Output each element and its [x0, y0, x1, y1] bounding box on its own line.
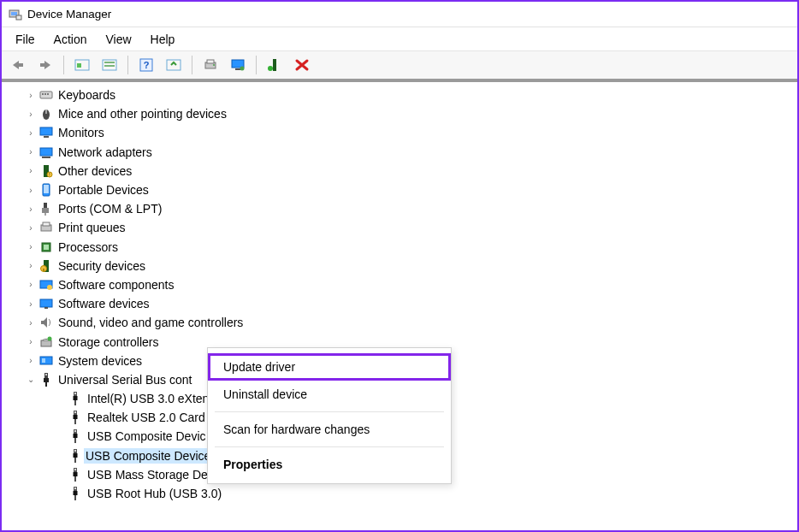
svg-rect-14 [207, 60, 214, 63]
chevron-right-icon[interactable]: › [24, 204, 38, 214]
tree-item-print-queues[interactable]: ›Print queues [2, 218, 797, 237]
monitor-button[interactable] [225, 54, 251, 76]
svg-point-18 [240, 67, 245, 71]
context-menu-item-properties[interactable]: Properties [208, 451, 451, 478]
tree-item-label: Mice and other pointing devices [55, 107, 227, 121]
svg-text:?: ? [144, 60, 150, 70]
tree-item-label: Processors [55, 240, 118, 254]
menu-view[interactable]: View [97, 29, 139, 50]
svg-rect-46 [40, 299, 52, 307]
context-menu-item-update-driver[interactable]: Update driver [208, 353, 451, 381]
svg-rect-3 [18, 63, 23, 67]
ports-icon [38, 202, 55, 216]
chevron-right-icon[interactable]: › [24, 223, 38, 233]
svg-rect-40 [44, 245, 49, 250]
tree-item-label: Intel(R) USB 3.0 eXten [84, 392, 209, 405]
remove-button[interactable] [289, 54, 315, 76]
tree-item-keyboards[interactable]: ›Keyboards [2, 86, 797, 104]
tree-item-label: Security devices [55, 259, 145, 273]
tree-item-label: Other devices [55, 164, 132, 178]
softcomp-icon [38, 278, 55, 292]
enable-button[interactable] [262, 54, 287, 76]
svg-rect-28 [44, 136, 49, 138]
chevron-right-icon[interactable]: › [24, 299, 38, 309]
chevron-right-icon[interactable]: › [24, 147, 38, 157]
tree-item-ports[interactable]: ›Ports (COM & LPT) [2, 199, 797, 218]
chevron-right-icon[interactable]: › [24, 128, 38, 138]
svg-rect-66 [74, 453, 78, 458]
tree-item-other-devices[interactable]: ›!Other devices [2, 162, 797, 180]
chevron-right-icon[interactable]: › [24, 91, 38, 100]
help-button[interactable]: ? [133, 54, 159, 76]
tree-item-processors[interactable]: ›Processors [2, 238, 797, 257]
menubar: File Action View Help [2, 27, 797, 51]
update-button[interactable] [161, 54, 186, 76]
tree-item-mice[interactable]: ›Mice and other pointing devices [2, 104, 797, 123]
action-button[interactable] [97, 54, 122, 76]
svg-rect-65 [74, 450, 76, 452]
svg-rect-48 [41, 340, 51, 346]
svg-rect-6 [77, 63, 81, 68]
tree-item-label: System devices [55, 354, 142, 368]
forward-button[interactable] [33, 54, 58, 76]
chevron-right-icon[interactable]: › [24, 186, 38, 195]
tree-item-usb-roothub[interactable]: USB Root Hub (USB 3.0) [2, 484, 797, 503]
svg-rect-17 [235, 68, 240, 70]
app-icon [9, 8, 22, 21]
chevron-right-icon[interactable]: › [24, 166, 38, 175]
chevron-right-icon[interactable]: › [24, 337, 38, 346]
tree-item-label: USB Root Hub (USB 3.0) [84, 487, 222, 500]
tree-item-label: Network adapters [55, 145, 152, 159]
chevron-right-icon[interactable]: › [24, 109, 38, 119]
storage-icon [38, 335, 55, 349]
svg-rect-51 [42, 358, 45, 363]
chevron-right-icon[interactable]: › [24, 280, 38, 289]
menu-action[interactable]: Action [45, 29, 96, 50]
svg-rect-59 [74, 411, 76, 413]
svg-rect-53 [45, 374, 47, 375]
tree-item-software-devices[interactable]: ›Software devices [2, 294, 797, 313]
chevron-right-icon[interactable]: › [24, 261, 38, 270]
svg-rect-19 [273, 59, 276, 71]
context-menu: Update driverUninstall deviceScan for ha… [207, 347, 452, 484]
svg-text:!: ! [49, 172, 50, 177]
tree-item-label: Ports (COM & LPT) [55, 202, 162, 216]
usb-root-icon [38, 373, 55, 387]
chevron-right-icon[interactable]: › [24, 356, 38, 365]
tree-item-label: Software components [55, 278, 174, 292]
usb-icon [67, 468, 84, 482]
tree-item-security-devices[interactable]: ›Security devices [2, 257, 797, 275]
chevron-right-icon[interactable]: › [24, 318, 38, 328]
back-button[interactable] [5, 54, 31, 76]
toolbar: ? [2, 51, 797, 82]
toolbar-sep [192, 56, 192, 74]
menu-file[interactable]: File [7, 29, 44, 50]
svg-rect-56 [74, 393, 76, 394]
tree-item-sound[interactable]: ›Sound, video and game controllers [2, 313, 797, 332]
show-hide-button[interactable] [69, 54, 95, 76]
tree-item-label: USB Composite Device [84, 448, 212, 464]
tree-item-monitors[interactable]: ›Monitors [2, 123, 797, 142]
tree-item-network-adapters[interactable]: ›Network adapters [2, 143, 797, 162]
context-menu-item-scan-for-hardware-changes[interactable]: Scan for hardware changes [208, 416, 451, 443]
svg-rect-23 [44, 93, 46, 95]
svg-rect-62 [74, 430, 76, 432]
other-icon: ! [38, 164, 55, 178]
context-menu-item-uninstall-device[interactable]: Uninstall device [208, 381, 451, 408]
system-icon [38, 354, 55, 368]
tree-item-portable-devices[interactable]: ›Portable Devices [2, 180, 797, 199]
svg-rect-24 [47, 93, 49, 95]
svg-rect-8 [104, 62, 115, 63]
tree-item-software-components[interactable]: ›Software components [2, 275, 797, 294]
usb-icon [67, 429, 84, 443]
chevron-down-icon[interactable]: ⌄ [24, 375, 38, 384]
print-button[interactable] [198, 54, 223, 76]
svg-point-15 [213, 64, 215, 66]
context-menu-separator [215, 446, 444, 447]
chevron-right-icon[interactable]: › [24, 242, 38, 251]
svg-rect-29 [40, 148, 52, 156]
menu-help[interactable]: Help [142, 29, 184, 50]
svg-point-49 [48, 336, 52, 340]
toolbar-sep [63, 56, 64, 74]
portable-icon [38, 183, 55, 197]
